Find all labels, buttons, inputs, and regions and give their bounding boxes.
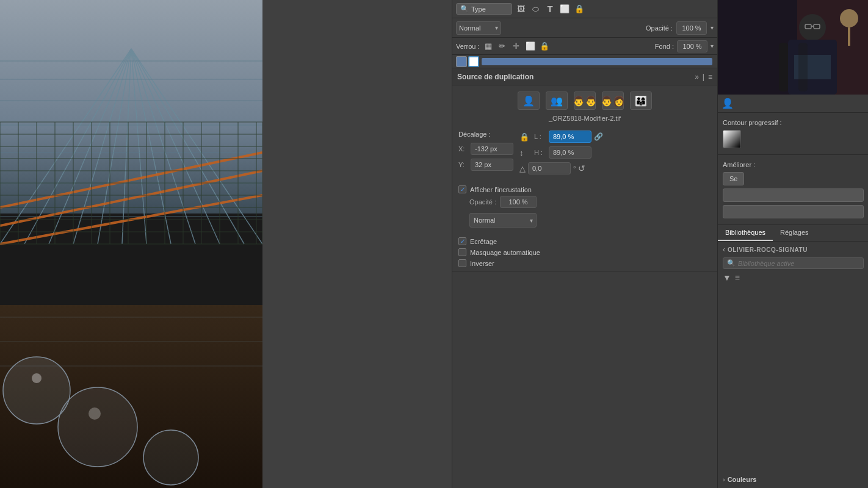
lh-lock-icon: 🔒 — [519, 132, 532, 142]
x-input[interactable] — [471, 143, 513, 155]
source-4-icon: 👨‍👩 — [601, 95, 625, 107]
source-btn-1[interactable]: 👤 — [518, 92, 540, 110]
svg-point-68 — [840, 9, 858, 27]
bibl-library-title: OLIVIER-ROCQ-SIGNATU — [728, 246, 808, 253]
svg-rect-70 — [779, 43, 788, 92]
h-label: H : — [534, 149, 546, 156]
afficher-checkbox[interactable]: ✓ — [458, 185, 466, 193]
afficher-label: Afficher l'incrustation — [470, 186, 532, 193]
angle-input[interactable] — [528, 162, 571, 174]
circle-icon[interactable]: ⬭ — [529, 3, 541, 15]
bibl-back-chevron[interactable]: ‹ — [723, 245, 725, 254]
source-header-icons: » | ≡ — [695, 73, 712, 81]
lock-pixels-icon[interactable]: ▦ — [483, 41, 494, 52]
couleurs-label: Couleurs — [728, 476, 757, 483]
contour-preview[interactable] — [723, 130, 741, 148]
toolbar-row: 🔍 🖼 ⬭ T ⬜ 🔒 — [452, 0, 717, 18]
y-input[interactable] — [471, 159, 513, 171]
checks-section: ✓ Ecrêtage Masquage automatique Inverser — [452, 234, 717, 271]
source-panel-header[interactable]: Source de duplication » | ≡ — [452, 68, 717, 85]
blend-mode-select[interactable]: Normal Dissoudre Obscurcir — [456, 21, 501, 35]
refresh-icon[interactable]: ↺ — [578, 163, 585, 173]
bibliotheques-tabs: Bibliothèques Réglages — [718, 225, 868, 242]
blend-mode-select-wrap[interactable]: Normal Dissoudre Obscurcir — [456, 21, 501, 35]
masquage-checkbox[interactable] — [458, 248, 466, 256]
bibl-search-input[interactable] — [738, 260, 859, 267]
opacite-input[interactable] — [500, 196, 537, 208]
offset-left: Décalage : X: Y: — [458, 131, 513, 171]
text-icon[interactable]: T — [544, 3, 556, 15]
fond-label: Fond : — [655, 43, 674, 50]
mode-select-wrap[interactable]: Normal Dessus Dessous — [469, 213, 537, 228]
source-filename: _ORZ5818-Modifier-2.tif — [452, 112, 717, 127]
masquage-row: Masquage automatique — [458, 248, 711, 256]
type-search-input[interactable] — [471, 5, 508, 13]
x-label: X: — [458, 145, 468, 152]
lock-image-icon[interactable]: ✏ — [497, 41, 508, 52]
right-sidebar: 👤 Contour progressif : Améliorer : Se Bi… — [717, 0, 868, 488]
ameliorer-bar-2 — [723, 205, 864, 218]
source-menu-icon[interactable]: ≡ — [708, 73, 712, 81]
source-divider: | — [703, 73, 704, 81]
filter-icon[interactable]: ▼ — [723, 273, 731, 282]
svg-rect-69 — [848, 27, 850, 46]
search-icon: 🔍 — [460, 5, 469, 13]
inverser-row: Inverser — [458, 259, 711, 267]
lock-all-icon[interactable]: 🔒 — [539, 41, 550, 52]
lock-toolbar-icon[interactable]: 🔒 — [573, 3, 585, 15]
source-panel-title: Source de duplication — [457, 73, 533, 81]
svg-marker-1 — [0, 0, 262, 214]
image-icon[interactable]: 🖼 — [515, 3, 527, 15]
lock-position-icon[interactable]: ✛ — [511, 41, 522, 52]
type-search-box[interactable]: 🔍 — [456, 3, 512, 15]
contour-section: Contour progressif : — [718, 113, 868, 155]
inverser-checkbox[interactable] — [458, 259, 466, 267]
h-input[interactable] — [549, 146, 591, 159]
l-input[interactable] — [549, 131, 591, 143]
source-btn-2[interactable]: 👥 — [546, 92, 568, 110]
l-label: L : — [534, 133, 546, 140]
source-btn-4[interactable]: 👨‍👩 — [602, 92, 624, 110]
sort-icon[interactable]: ≡ — [735, 273, 740, 282]
ameliorer-section: Améliorer : Se — [718, 155, 868, 225]
tab-reglages[interactable]: Réglages — [773, 225, 816, 241]
source-icons-row: 👤 👥 👨‍👨 👨‍👩 👨‍👩‍👦 — [452, 85, 717, 112]
opacity-input[interactable] — [676, 21, 707, 35]
fond-dropdown-arrow[interactable]: ▾ — [711, 43, 714, 49]
ecretage-label: Ecrêtage — [470, 238, 497, 245]
couleurs-header[interactable]: › Couleurs — [723, 476, 864, 483]
source-expand-icon[interactable]: » — [695, 73, 699, 81]
layer-thumb-selected[interactable] — [468, 56, 479, 67]
layer-thumb-1[interactable] — [456, 56, 467, 67]
opacite-row: Opacité : — [452, 196, 717, 210]
ameliorer-button[interactable]: Se — [723, 172, 744, 185]
svg-point-51 — [32, 373, 42, 383]
webcam-area — [718, 0, 868, 95]
layer-strip — [452, 55, 717, 68]
ameliorer-label: Améliorer : — [723, 161, 864, 168]
masquage-label: Masquage automatique — [470, 249, 540, 256]
svg-point-53 — [58, 387, 137, 467]
source-5-icon: 👨‍👩‍👦 — [635, 95, 647, 107]
bibl-content: ‹ OLIVIER-ROCQ-SIGNATU 🔍 ▼ ≡ — [718, 242, 868, 471]
source-btn-5[interactable]: 👨‍👩‍👦 — [630, 92, 652, 110]
ecretage-checkbox[interactable]: ✓ — [458, 237, 466, 245]
svg-rect-71 — [798, 43, 808, 92]
link-icon[interactable]: 🔗 — [594, 132, 603, 141]
l-row: 🔒 L : 🔗 — [519, 131, 711, 143]
opacity-dropdown-arrow[interactable]: ▾ — [711, 24, 714, 31]
person-panel-icon[interactable]: 👤 — [722, 98, 734, 110]
mode-select[interactable]: Normal Dessus Dessous — [469, 213, 537, 228]
bibliotheques-section: Bibliothèques Réglages ‹ OLIVIER-ROCQ-SI… — [718, 225, 868, 488]
bibl-nav-row: ‹ OLIVIER-ROCQ-SIGNATU — [723, 245, 864, 254]
source-btn-3[interactable]: 👨‍👨 — [574, 92, 596, 110]
source-1-icon: 👤 — [523, 95, 535, 107]
svg-point-54 — [89, 407, 101, 420]
right-panel-icon-row: 👤 — [718, 95, 868, 113]
fond-input[interactable] — [677, 40, 707, 52]
transform-icon[interactable]: ⬜ — [559, 3, 571, 15]
bibl-search-wrap[interactable]: 🔍 — [723, 257, 864, 269]
tab-bibliotheques[interactable]: Bibliothèques — [718, 225, 773, 241]
angle-icon: △ — [519, 164, 526, 173]
lock-artboard-icon[interactable]: ⬜ — [525, 41, 536, 52]
